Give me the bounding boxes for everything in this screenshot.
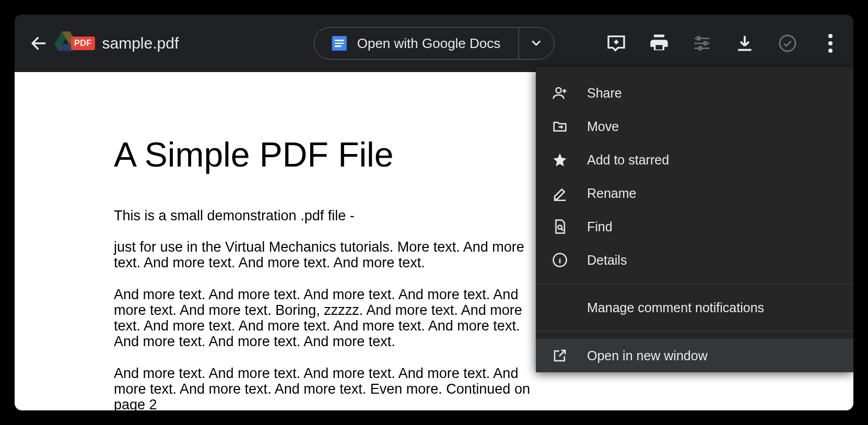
- svg-point-1: [703, 42, 707, 45]
- star-icon: [552, 151, 568, 168]
- pdf-badge: PDF: [71, 37, 95, 50]
- menu-label: Share: [587, 86, 622, 101]
- menu-label: Rename: [587, 186, 637, 201]
- svg-point-6: [828, 49, 832, 53]
- svg-point-4: [828, 34, 832, 38]
- google-docs-icon: [332, 36, 347, 51]
- svg-point-2: [699, 46, 702, 50]
- svg-point-3: [780, 36, 795, 51]
- open-with-google-docs-button[interactable]: Open with Google Docs: [314, 36, 519, 52]
- tune-button[interactable]: [690, 32, 713, 55]
- svg-point-5: [828, 41, 832, 45]
- open-with-pill: Open with Google Docs: [314, 27, 555, 60]
- menu-item-manage-comment-notifications[interactable]: Manage comment notifications: [536, 292, 853, 324]
- svg-point-0: [697, 37, 700, 40]
- folder-move-icon: [552, 118, 568, 135]
- menu-item-open-in-new-window[interactable]: Open in new window: [536, 339, 853, 372]
- back-button[interactable]: [26, 31, 51, 56]
- more-options-menu: Share Move Add to starred Rename Find: [536, 67, 853, 372]
- menu-label: Add to starred: [587, 152, 669, 168]
- check-circle-icon: [776, 32, 799, 55]
- menu-label: Find: [587, 219, 613, 234]
- open-in-new-icon: [552, 347, 568, 364]
- header-bar: PDF sample.pdf Open with Google Docs: [15, 15, 853, 72]
- menu-item-details[interactable]: Details: [536, 243, 853, 277]
- document-paragraph: just for use in the Virtual Mechanics tu…: [114, 239, 542, 270]
- print-button[interactable]: [648, 32, 671, 55]
- svg-point-7: [556, 88, 561, 93]
- chevron-down-icon: [532, 40, 541, 46]
- document-paragraph: And more text. And more text. And more t…: [114, 287, 542, 350]
- menu-item-rename[interactable]: Rename: [536, 176, 853, 210]
- download-button[interactable]: [733, 32, 756, 55]
- menu-item-find[interactable]: Find: [536, 210, 853, 243]
- menu-label: Move: [587, 119, 619, 134]
- menu-item-add-to-starred[interactable]: Add to starred: [536, 143, 853, 176]
- document-paragraph: This is a small demonstration .pdf file …: [114, 208, 542, 223]
- open-with-dropdown-button[interactable]: [518, 27, 554, 60]
- menu-item-share[interactable]: Share: [536, 76, 853, 110]
- open-with-label: Open with Google Docs: [357, 36, 501, 52]
- add-comment-button[interactable]: [605, 32, 628, 55]
- find-in-page-icon: [552, 218, 568, 235]
- info-icon: [552, 252, 568, 268]
- document-paragraph: And more text. And more text. And more t…: [114, 365, 542, 410]
- more-options-button[interactable]: [819, 32, 842, 55]
- person-add-icon: [552, 85, 568, 101]
- menu-label: Details: [587, 253, 627, 268]
- menu-item-move[interactable]: Move: [536, 110, 853, 143]
- filename[interactable]: sample.pdf: [102, 34, 179, 52]
- menu-label: Manage comment notifications: [587, 300, 764, 315]
- menu-label: Open in new window: [587, 348, 708, 363]
- pencil-icon: [552, 185, 568, 202]
